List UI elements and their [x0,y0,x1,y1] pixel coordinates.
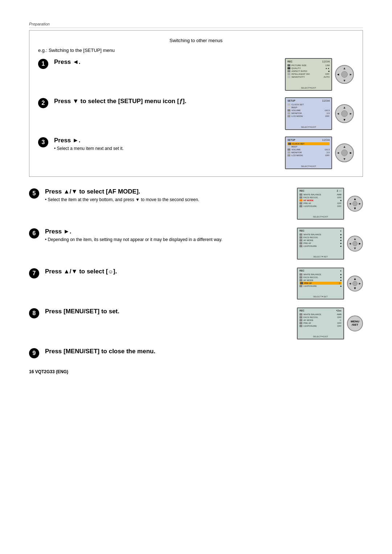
dpad-down: ▼ [354,247,357,250]
dpad-right: ► [358,242,362,245]
main-box: Switching to other menus e.g.: Switching… [29,30,363,177]
step-2-lcd: SETUP 1 2 3 4 CLOCK SET BEEP VOLUME [285,97,332,130]
step-6-content: Press ►. • Depending on the item, its se… [45,228,291,242]
step-7-instruction: Press ▲/▼ to select [☺]. [45,268,291,276]
step-3-sub: • Select a menu item next and set it. [54,146,279,151]
lcd-row: FACE RECOG. OFF [299,196,342,199]
lcd-icon [287,67,290,69]
lcd-row: LCD MODE OFF [287,115,330,118]
lcd-footer: SELECT✦EXIT [286,165,331,167]
lcd-row: WHITE BALANCE ■ [299,273,342,276]
lcd-icon [299,316,302,318]
lcd-row: I.EXPOSURE OFF [299,325,342,327]
lcd-icon [299,239,302,241]
lcd-icon [299,242,302,244]
dpad-up: ▲ [354,197,357,201]
lcd-icon [299,245,302,247]
lcd-icon [287,76,290,78]
lcd-row: MONITOR 2.0 [287,112,330,115]
dpad-right: ► [349,73,352,76]
lcd-row: AF MODE ■ [299,199,342,202]
step-6-num: 6 [29,228,39,239]
eg-text: e.g.: Switching to the [SETUP] menu [38,48,354,53]
step-1-instruction: Press ◄. [54,58,279,66]
lcd-icon [287,151,290,154]
dpad-down: ▼ [354,286,357,290]
lcd-row: AF MODE ■ [299,239,342,242]
lcd-row: I.EXPOSURE OFF [299,205,342,208]
dpad-up: ▲ [354,277,357,281]
dpad-center [352,281,358,286]
step-7-content: Press ▲/▼ to select [☺]. [45,268,291,277]
lcd-icon [287,112,290,114]
lcd-header: REC ● [299,269,342,272]
lcd-icon [299,273,302,276]
step-2-lcd-header: SETUP 1 2 3 4 [287,99,330,102]
dpad-down: ▼ [343,79,346,82]
lcd-row: FACE RECOG. ■ [299,276,342,279]
lcd-icon [288,143,291,145]
step-3-row: 3 Press ►. • Select a menu item next and… [38,137,354,169]
step-3-num: 3 [38,137,48,147]
lcd-row: AF MODE ■ [299,279,342,282]
dpad-down: ▼ [343,157,346,161]
step-3-lcd-header: SETUP 1 2 3 4 [287,139,330,141]
lcd-row: LCD MODE OFF [287,154,330,157]
lcd-row: WHITE BALANCE ■ [299,233,342,236]
dpad-down: ▼ [354,207,357,210]
lcd-row: ASPECT RATIO ■ [287,70,330,73]
lcd-icon [299,285,302,287]
step-8-image: REC +2●● WHITE BALANCE AMB FACE RECOG. O… [297,307,363,339]
dpad-step6: ▲ ▼ ◄ ► [347,236,363,252]
lcd-icon [299,279,302,281]
step-6-image: REC ● WHITE BALANCE ■ FACE RECOG. ■ AF M… [297,228,363,260]
step-8-instruction: Press [MENU/SET] to set. [45,307,291,315]
lcd-footer: SELECT✦EXIT [286,126,331,128]
page-footer: 16 VQT2G33 (ENG) [29,369,363,374]
dpad-step2: ▲ ▼ ◄ ► [335,104,354,123]
lcd-row: PRE AF OFF [299,202,342,205]
lcd-footer: SELECT✦EXIT [286,86,331,89]
lcd-icon [299,199,302,201]
dpad-right: ► [349,112,352,115]
lcd-header: REC +2●● [299,309,342,312]
lcd-row: MONITOR 2.0 [287,151,330,154]
dpad-right: ► [358,282,362,285]
lcd-row-highlighted: CLOCK SET [287,142,330,145]
dpad-step5: ▲ ▼ ◄ ► [347,196,363,212]
step-2-instruction: Press ▼ to select the [SETUP] menu icon … [54,97,279,105]
step-7-row: 7 Press ▲/▼ to select [☺]. REC ● WHITE B… [29,268,363,300]
dpad-center [352,201,358,206]
page-container: Preparation Switching to other menus e.g… [0,0,392,554]
step-2-image: SETUP 1 2 3 4 CLOCK SET BEEP VOLUME [285,97,354,130]
step-7-lcd: REC ● WHITE BALANCE ■ FACE RECOG. ■ AF M… [297,268,344,300]
dpad-up: ▲ [343,145,346,148]
step-5-num: 5 [29,188,39,199]
dpad-left: ◄ [336,112,340,115]
step-6-row: 6 Press ►. • Depending on the item, its … [29,228,363,260]
step-8-row: 8 Press [MENU/SET] to set. REC +2●● WHIT… [29,307,363,339]
lcd-row: I.EXPOSURE ■ [299,245,342,248]
lcd-icon [299,319,302,321]
dpad-left: ◄ [336,73,340,76]
dpad-center [341,150,348,156]
lcd-icon [299,205,302,207]
step-7-image: REC ● WHITE BALANCE ■ FACE RECOG. ■ AF M… [297,268,363,300]
lcd-row: FACE RECOG. ■ [299,236,342,239]
lcd-row: BEEP [287,145,330,148]
lcd-icon [299,196,302,199]
lcd-row: SENSITIVITY AUTO [287,76,330,78]
lcd-icon [299,322,302,324]
step-5-sub: • Select the item at the very bottom, an… [45,197,291,202]
lcd-row: VOLUME LVL3 [287,148,330,151]
lcd-icon [299,276,302,278]
lcd-icon [299,194,302,196]
dpad-step1: ▲ ▼ ◄ ► [335,65,354,84]
dpad-center [341,110,348,117]
dpad-left: ◄ [348,202,352,205]
lcd-row: WHITE BALANCE AMB [299,313,342,316]
step-9-content: Press [MENU/SET] to close the menu. [45,347,363,357]
step-2-num: 2 [38,98,48,108]
lcd-row: INTELLIGENT ISO OFF [287,73,330,76]
menu-set-button[interactable]: MENU/SET [347,315,363,331]
